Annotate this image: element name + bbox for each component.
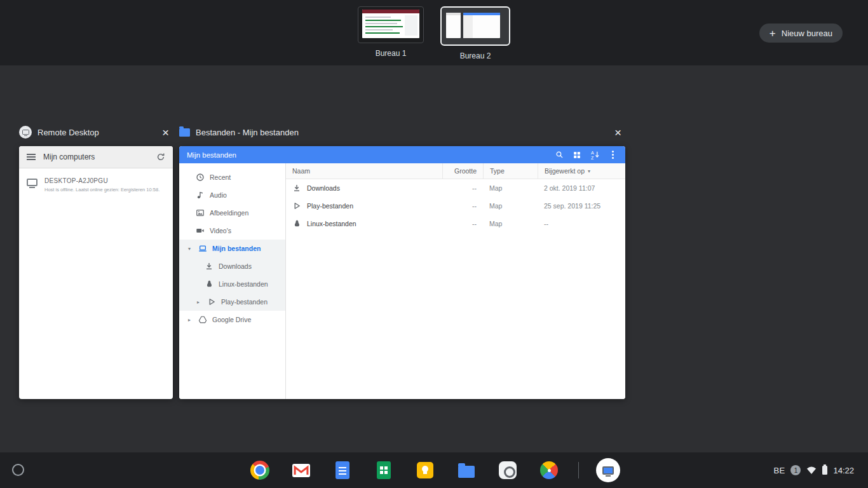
notification-count-badge[interactable]: 1 [790, 465, 801, 475]
close-remote-window-button[interactable]: × [158, 126, 173, 139]
desk-2-label: Bureau 2 [460, 51, 491, 60]
gmail-shelf-button[interactable] [289, 458, 313, 482]
drive-icon [198, 315, 207, 324]
search-icon [555, 151, 564, 159]
chrome-shelf-button[interactable] [248, 458, 272, 482]
window-files[interactable]: Bestanden - Mijn bestanden × Mijn bestan… [179, 123, 625, 399]
plus-icon: + [770, 28, 776, 39]
sort-button[interactable]: A Z [586, 147, 604, 162]
linux-icon [292, 219, 301, 228]
laptop-icon [198, 244, 207, 253]
computer-name: DESKTOP-A2J0PGU [44, 177, 159, 184]
sidebar-item-play-bestanden[interactable]: ▸ Play-bestanden [179, 293, 285, 311]
refresh-button[interactable] [156, 152, 165, 161]
remote-window-title: Remote Desktop [37, 128, 99, 137]
sidebar-item-linux-bestanden[interactable]: Linux-bestanden [179, 275, 285, 293]
camera-shelf-button[interactable] [496, 458, 520, 482]
files-toolbar-actions: A Z [550, 147, 621, 162]
sheets-icon [377, 461, 391, 479]
grid-view-icon [573, 151, 581, 159]
remote-desktop-shelf-button[interactable] [596, 458, 620, 482]
battery-icon [822, 466, 827, 475]
column-header-bijgewerkt-op[interactable]: Bijgewerkt op ▾ [538, 163, 625, 179]
remote-desktop-icon [602, 466, 614, 475]
sidebar-item-recent[interactable]: Recent [179, 168, 285, 186]
sidebar-item-audio[interactable]: Audio [179, 186, 285, 204]
shelf-apps [0, 452, 868, 488]
remote-window-preview[interactable]: Mijn computers DESKTOP-A2J0PGU Host is o… [19, 146, 173, 399]
window-remote-desktop[interactable]: Remote Desktop × Mijn computers DESKTOP-… [19, 123, 173, 399]
file-row-linux-bestanden[interactable]: Linux-bestanden -- Map -- [286, 215, 625, 233]
column-header-grootte[interactable]: Grootte [442, 163, 483, 179]
desk-1-preview-window [362, 10, 419, 38]
files-app-icon [179, 128, 190, 137]
docs-shelf-button[interactable] [330, 458, 355, 482]
view-toggle-button[interactable] [568, 147, 586, 162]
files-window-titlebar: Bestanden - Mijn bestanden × [179, 123, 625, 141]
active-app-indicator [596, 458, 620, 482]
desks-bar: Bureau 1 Bureau 2 + Nieuw bureau [0, 0, 868, 65]
kebab-menu-icon [612, 154, 614, 156]
chevron-right-icon[interactable]: ▸ [194, 299, 202, 305]
svg-text:Z: Z [590, 156, 593, 159]
computer-info: DESKTOP-A2J0PGU Host is offline. Laatst … [44, 177, 159, 193]
remote-computer-item[interactable]: DESKTOP-A2J0PGU Host is offline. Laatst … [19, 168, 173, 201]
computer-icon [27, 179, 37, 186]
file-list-header: Naam Grootte Type Bijgewerkt op ▾ [286, 163, 625, 179]
desk-2-thumbnail[interactable] [440, 6, 510, 46]
keep-shelf-button[interactable] [413, 458, 437, 482]
remote-toolbar: Mijn computers [19, 146, 173, 168]
sidebar-item-downloads[interactable]: Downloads [179, 257, 285, 275]
keyboard-layout-indicator[interactable]: BE [774, 466, 785, 475]
camera-icon [499, 461, 517, 479]
download-icon [205, 262, 214, 271]
clock-icon [196, 173, 205, 182]
desk-1-thumbnail[interactable] [358, 6, 424, 43]
docs-icon [336, 461, 349, 479]
desk-1-label: Bureau 1 [376, 49, 407, 58]
sheets-shelf-button[interactable] [372, 458, 396, 482]
linux-icon [205, 280, 214, 288]
desk-bureau-2[interactable]: Bureau 2 [440, 6, 510, 60]
files-main: Recent Audio [179, 163, 625, 399]
sidebar-item-google-drive[interactable]: ▸ Google Drive [179, 311, 285, 329]
files-window-title: Bestanden - Mijn bestanden [196, 128, 299, 137]
menu-icon[interactable] [27, 153, 36, 161]
close-files-window-button[interactable]: × [611, 126, 625, 139]
sidebar-item-afbeeldingen[interactable]: Afbeeldingen [179, 204, 285, 222]
keep-icon [417, 462, 433, 478]
files-file-list: Naam Grootte Type Bijgewerkt op ▾ [286, 163, 625, 399]
sidebar-item-videos[interactable]: Video's [179, 222, 285, 240]
desk-2-preview-window-right [463, 13, 500, 38]
file-row-downloads[interactable]: Downloads -- Map 2 okt. 2019 11:07 [286, 179, 625, 197]
chromeos-overview-screen: Bureau 1 Bureau 2 + Nieuw bureau Remote … [0, 0, 868, 488]
chevron-right-icon[interactable]: ▸ [186, 317, 193, 323]
column-header-naam[interactable]: Naam [286, 163, 442, 179]
clock-time: 14:22 [833, 466, 854, 475]
files-icon [458, 466, 475, 478]
desk-bureau-1[interactable]: Bureau 1 [358, 6, 424, 60]
column-header-type[interactable]: Type [483, 163, 538, 179]
chevron-down-icon[interactable]: ▾ [186, 246, 193, 252]
status-tray[interactable]: BE 1 14:22 [768, 459, 861, 482]
new-desk-button[interactable]: + Nieuw bureau [759, 24, 843, 43]
download-icon [292, 184, 301, 193]
photos-shelf-button[interactable] [537, 458, 561, 482]
remote-window-titlebar: Remote Desktop × [19, 123, 173, 141]
sort-direction-icon: ▾ [588, 168, 590, 174]
remote-toolbar-title: Mijn computers [43, 152, 95, 161]
files-shelf-button[interactable] [454, 458, 478, 482]
file-row-play-bestanden[interactable]: Play-bestanden -- Map 25 sep. 2019 11:25 [286, 197, 625, 215]
more-options-button[interactable] [604, 147, 621, 162]
video-icon [196, 226, 205, 235]
svg-text:A: A [590, 151, 593, 155]
search-button[interactable] [550, 147, 568, 162]
desk-list: Bureau 1 Bureau 2 [0, 6, 868, 60]
desk-2-preview-window-left [446, 13, 461, 38]
sidebar-item-mijn-bestanden[interactable]: ▾ Mijn bestanden [179, 240, 285, 257]
play-icon [207, 297, 216, 306]
files-window-preview[interactable]: Mijn bestanden [179, 146, 625, 399]
sort-az-icon: A Z [590, 150, 600, 159]
refresh-icon [156, 152, 165, 161]
files-sidebar: Recent Audio [179, 163, 286, 399]
